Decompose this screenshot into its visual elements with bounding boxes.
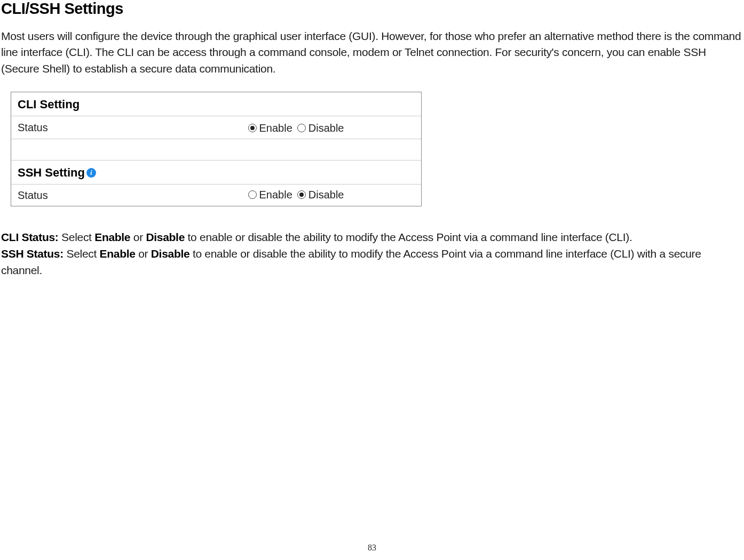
page-number: 83 [0,543,744,553]
ssh-disable-radio[interactable] [297,190,306,199]
cli-status-desc-label: CLI Status: [1,231,59,243]
intro-paragraph: Most users will configure the device thr… [1,28,743,77]
cli-enable-radio[interactable] [248,124,257,132]
settings-panel: CLI Setting Status Enable Disable SSH Se… [11,92,422,206]
cli-disable-label[interactable]: Disable [308,122,344,134]
ssh-setting-title: SSH Setting [18,166,85,180]
page-title: CLI/SSH Settings [1,0,743,18]
spacer-row [11,139,421,161]
ssh-enable-radio[interactable] [248,190,257,199]
ssh-status-row: Status Enable Disable [11,185,421,206]
ssh-setting-header: SSH Setting i [11,161,421,185]
cli-enable-label[interactable]: Enable [259,122,292,134]
ssh-disable-label[interactable]: Disable [308,189,344,201]
cli-status-label: Status [18,122,248,134]
descriptions: CLI Status: Select Enable or Disable to … [1,229,743,278]
info-icon[interactable]: i [86,168,96,178]
ssh-status-desc-label: SSH Status: [1,247,64,260]
ssh-status-label: Status [18,189,248,202]
cli-setting-header: CLI Setting [11,92,421,116]
cli-status-description: CLI Status: Select Enable or Disable to … [1,229,743,245]
ssh-enable-label[interactable]: Enable [259,189,292,201]
cli-setting-title: CLI Setting [18,98,80,111]
cli-disable-radio[interactable] [297,124,306,132]
ssh-status-controls: Enable Disable [248,189,415,202]
ssh-status-description: SSH Status: Select Enable or Disable to … [1,245,743,278]
cli-status-row: Status Enable Disable [11,116,421,139]
cli-status-controls: Enable Disable [248,121,415,134]
